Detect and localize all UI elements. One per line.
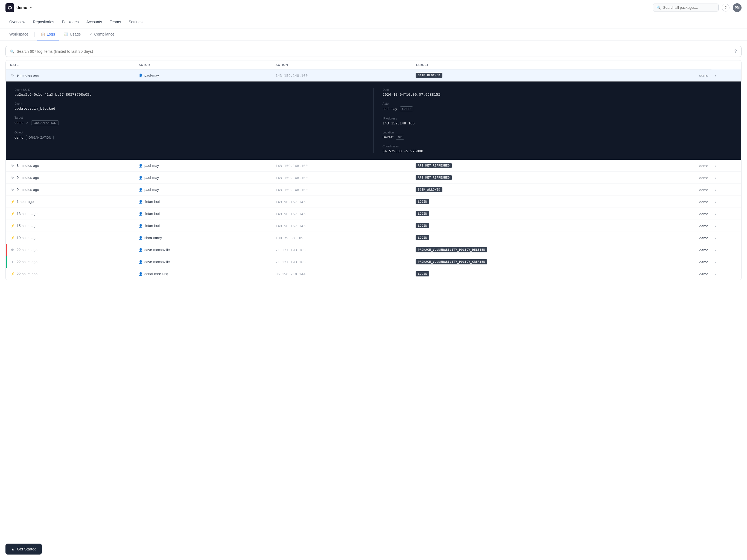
sec-nav-compliance[interactable]: ✓ Compliance [86, 28, 119, 41]
action-cell: SCIM_BLOCKED [412, 70, 696, 81]
table-row[interactable]: 9 minutes ago 👤 paul-may 143.159.148.100 [6, 70, 741, 81]
chevron-right-icon: › [715, 212, 716, 216]
external-link-icon[interactable]: ↗ [26, 121, 28, 125]
bolt-icon [10, 272, 15, 276]
ip-cell: 149.50.167.143 [272, 220, 412, 232]
date-cell: 22 hours ago [7, 256, 135, 268]
target-cell: demo [696, 268, 712, 280]
date-cell: 22 hours ago [7, 244, 135, 256]
logo-icon [7, 5, 12, 10]
detail-location-label: Location [383, 131, 732, 134]
table-row[interactable]: 8 minutes ago 👤paul-may 143.159.148.100 … [6, 160, 741, 172]
usage-icon: 📊 [64, 32, 68, 36]
action-badge: LOGIN [416, 235, 429, 240]
date-value: 1 hour ago [17, 200, 34, 204]
nav-item-settings[interactable]: Settings [125, 15, 147, 28]
action-cell: LOGIN [412, 268, 696, 280]
sec-nav-usage[interactable]: 📊 Usage [60, 28, 84, 41]
log-search-help-icon[interactable]: ? [735, 49, 737, 54]
action-badge: LOGIN [416, 211, 429, 216]
target-cell: demo [696, 232, 712, 244]
table-row[interactable]: 13 hours ago 👤fintan-hurl 149.50.167.143… [6, 208, 741, 220]
detail-actor-label: Actor [383, 102, 732, 105]
table-row[interactable]: 9 minutes ago 👤paul-may 143.159.148.100 … [6, 184, 741, 196]
table-row[interactable]: 19 hours ago 👤ciara-carey 109.79.53.189 … [6, 232, 741, 244]
avatar[interactable]: PM [733, 3, 742, 12]
actor-cell: 👤paul-may [135, 184, 272, 196]
sec-nav-workspace[interactable]: Workspace [5, 28, 32, 41]
table-row[interactable]: 22 hours ago 👤dave-mcconville 71.127.193… [6, 256, 741, 268]
table-row[interactable]: 1 hour ago 👤fintan-hurl 149.50.167.143 L… [6, 196, 741, 208]
detail-actor-value: paul-may USER [383, 106, 732, 111]
event-value: update.scim_blocked [15, 106, 374, 110]
col-date: DATE [7, 60, 135, 70]
date-cell: 1 hour ago [7, 196, 135, 208]
detail-panel-cell: Event UUID aa2ea3c6-0c1c-41a3-bc27-80378… [6, 81, 741, 160]
detail-coordinates-label: Coordinates [383, 145, 732, 148]
logo[interactable] [5, 3, 14, 12]
org-chevron-icon[interactable]: ▾ [30, 6, 32, 9]
action-badge: PACKAGE_VULNERABILITY_POLICY_CREATED [416, 259, 487, 264]
actor-name: paul-may [145, 73, 159, 77]
actor-cell: 👤fintan-hurl [135, 208, 272, 220]
search-icon: 🔍 [656, 5, 661, 9]
nav-item-accounts[interactable]: Accounts [83, 15, 106, 28]
log-search-icon: 🔍 [10, 50, 15, 54]
date-cell: 22 hours ago [7, 268, 135, 280]
table-row[interactable]: 15 hours ago 👤fintan-hurl 149.50.167.143… [6, 220, 741, 232]
action-cell: API_KEY_REFRESHED [412, 160, 696, 172]
nav-item-packages[interactable]: Packages [58, 15, 82, 28]
log-search-input[interactable] [17, 49, 732, 54]
date-value: 22 hours ago [17, 272, 37, 276]
log-table-scroll[interactable]: DATE ACTOR ACTION TARGET 9 [6, 60, 741, 280]
chevron-right-icon: › [715, 236, 716, 240]
chevron-right-icon: › [715, 224, 716, 228]
action-badge: API_KEY_REFRESHED [416, 175, 452, 180]
sec-nav-logs[interactable]: 📋 Logs [37, 28, 59, 41]
user-icon: 👤 [138, 236, 143, 240]
user-icon: 👤 [138, 188, 143, 192]
help-button[interactable]: ? [722, 4, 729, 11]
target-tag: ORGANIZATION [31, 120, 59, 125]
table-row[interactable]: 9 minutes ago 👤paul-may 143.159.148.100 … [6, 172, 741, 184]
actor-cell: 👤fintan-hurl [135, 220, 272, 232]
action-badge: LOGIN [416, 271, 429, 276]
user-icon: 👤 [138, 164, 143, 168]
object-tag: ORGANIZATION [26, 135, 54, 140]
action-badge: LOGIN [416, 199, 429, 204]
action-cell: SCIM_ALLOWED [412, 184, 696, 196]
actor-cell: 👤dave-mcconville [135, 256, 272, 268]
user-icon: 👤 [138, 176, 143, 180]
target-label: Target [15, 116, 374, 119]
detail-date-label: Date [383, 88, 732, 91]
actor-cell: 👤fintan-hurl [135, 196, 272, 208]
nav-item-repositories[interactable]: Repositories [29, 15, 58, 28]
target-cell: demo [696, 244, 712, 256]
target-cell: demo [696, 196, 712, 208]
top-bar: demo ▾ 🔍 ? PM [0, 0, 747, 15]
date-cell: 19 hours ago [7, 232, 135, 244]
table-row[interactable]: 22 hours ago 👤donal-mee-unq 86.150.210.1… [6, 268, 741, 280]
nav-item-overview[interactable]: Overview [5, 15, 29, 28]
actor-cell: 👤donal-mee-unq [135, 268, 272, 280]
compliance-icon: ✓ [90, 32, 93, 36]
global-search-input[interactable] [663, 5, 715, 9]
org-name[interactable]: demo [17, 5, 27, 10]
ip-cell: 143.159.148.100 [272, 160, 412, 172]
ip-cell: 143.159.148.100 [272, 184, 412, 196]
chevron-right-icon: › [715, 164, 716, 168]
action-cell: API_KEY_REFRESHED [412, 172, 696, 184]
date-cell: 9 minutes ago [7, 70, 135, 81]
nav-item-teams[interactable]: Teams [106, 15, 125, 28]
date-value: 22 hours ago [17, 260, 37, 264]
global-search[interactable]: 🔍 [653, 4, 719, 11]
log-search-bar[interactable]: 🔍 ? [5, 46, 742, 57]
field-actor: Actor paul-may USER [383, 102, 732, 111]
target-cell: demo [696, 208, 712, 220]
plus-icon [10, 259, 15, 264]
log-table-container: DATE ACTOR ACTION TARGET 9 [5, 60, 742, 280]
ip-cell: 71.127.193.185 [272, 244, 412, 256]
refresh-icon [10, 73, 15, 78]
detail-ip-label: IP Address [383, 117, 732, 120]
table-row[interactable]: 22 hours ago 👤dave-mcconville 71.127.193… [6, 244, 741, 256]
